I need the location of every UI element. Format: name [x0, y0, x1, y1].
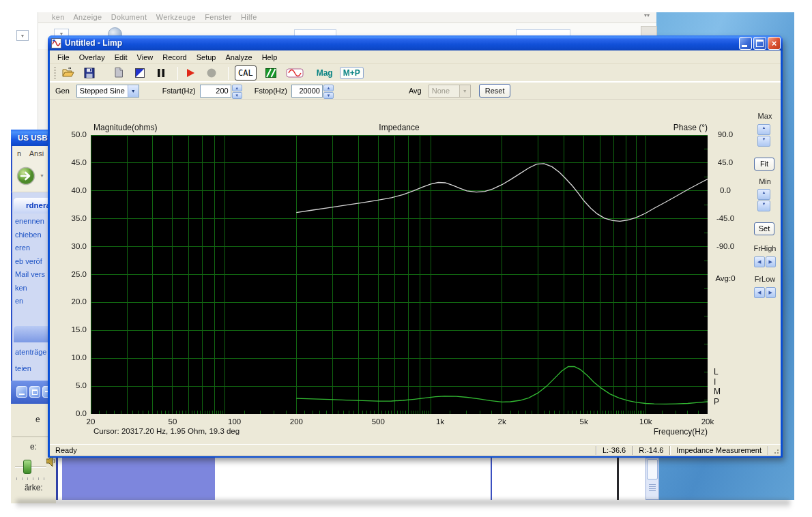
watermark-letter: I — [714, 377, 725, 387]
forward-arrow-icon[interactable] — [16, 166, 35, 186]
background-scrollbar[interactable] — [646, 458, 659, 500]
ytick-label: 40.0 — [50, 186, 87, 194]
resize-grip-icon[interactable] — [768, 446, 781, 455]
reset-button[interactable]: Reset — [479, 84, 511, 98]
down-arrow-icon[interactable]: ▼ — [757, 136, 770, 147]
magnitude-view-button[interactable]: Mag — [317, 68, 333, 78]
menu-item[interactable]: Edit — [110, 53, 132, 61]
xtick-label: 100 — [220, 417, 250, 426]
generator-type-select[interactable]: Stepped Sine ▼ — [76, 85, 139, 98]
chevron-down-icon[interactable]: ▼ — [128, 85, 139, 97]
fstop-input[interactable]: 20000 — [291, 85, 323, 98]
impedance-plot[interactable] — [91, 135, 708, 414]
right-arrow-icon[interactable]: ▶ — [766, 256, 777, 267]
xtick-label: 2k — [487, 417, 517, 426]
chart-area: Magnitude(ohms) Impedance Phase (°) 50.0… — [50, 100, 781, 444]
frlow-label: FrLow — [748, 275, 781, 283]
ytick-label: 25.0 — [50, 270, 87, 278]
fstart-stepper[interactable]: 200 ▲▼ — [200, 85, 242, 98]
background-dropdown-small[interactable]: ▼ — [16, 30, 29, 41]
divider — [491, 458, 492, 500]
frhigh-stepper[interactable]: ◀ ▶ — [754, 256, 776, 267]
ptick-label: 90.0 — [711, 130, 740, 138]
menu-item[interactable]: View — [132, 53, 158, 61]
play-record-icon[interactable] — [184, 67, 197, 79]
close-button[interactable]: × — [768, 37, 781, 50]
scrollbar-grip-icon — [649, 484, 656, 491]
left-arrow-icon[interactable]: ◀ — [754, 287, 765, 298]
max-stepper[interactable]: ▲ ▼ — [757, 124, 770, 147]
app-icon — [51, 38, 61, 48]
status-mode: Impedance Measurement — [669, 446, 768, 455]
menu-item[interactable]: File — [53, 53, 74, 61]
menu-item[interactable]: Record — [158, 53, 191, 61]
down-arrow-icon[interactable]: ▼ — [232, 92, 242, 99]
ytick-label: 15.0 — [50, 325, 87, 334]
generator-setup-icon[interactable] — [265, 67, 277, 79]
xtick-label: 1k — [425, 417, 455, 426]
min-stepper[interactable]: ▲ ▼ — [757, 189, 770, 211]
up-arrow-icon[interactable]: ▲ — [757, 189, 770, 200]
toolbar-separator — [177, 67, 178, 80]
selected-region — [62, 458, 215, 500]
minimize-button[interactable] — [739, 37, 752, 50]
left-arrow-icon[interactable]: ◀ — [754, 256, 765, 267]
ytick-label: 5.0 — [50, 381, 87, 389]
down-arrow-icon[interactable]: ▼ — [757, 201, 770, 211]
impedance-plot-svg — [91, 135, 708, 414]
save-icon[interactable] — [83, 67, 96, 79]
ytick-label: 45.0 — [50, 158, 87, 166]
magnitude-phase-view-button[interactable]: M+P — [340, 67, 364, 79]
set-button[interactable]: Set — [754, 222, 774, 235]
status-right-level: R:-14.6 — [632, 446, 669, 455]
photo-shadow — [16, 500, 790, 509]
watermark-letter: L — [714, 367, 725, 377]
scale-side-panel: Max ▲ ▼ Fit Min ▲ ▼ Set FrHigh ◀ ▶ FrLow — [748, 100, 781, 444]
up-arrow-icon[interactable]: ▲ — [757, 124, 770, 135]
background-document-panel — [56, 458, 659, 500]
max-label: Max — [748, 112, 781, 120]
titlebar[interactable]: Untitled - Limp × — [48, 35, 783, 50]
divider — [617, 458, 619, 500]
calibrate-button[interactable]: CAL — [235, 65, 257, 80]
sine-signal-icon[interactable] — [286, 67, 304, 79]
open-file-icon[interactable] — [62, 67, 74, 79]
up-arrow-icon[interactable]: ▲ — [232, 85, 242, 91]
toolbar: CAL Mag M+P — [50, 64, 781, 83]
scrollbar-thumb[interactable] — [647, 459, 658, 479]
averaging-select-disabled: None ▼ — [429, 85, 471, 98]
ptick-label: 0.0 — [711, 186, 740, 194]
watermark-letter: P — [714, 397, 725, 407]
down-arrow-icon[interactable]: ▼ — [323, 92, 334, 99]
overlay-icon[interactable] — [134, 67, 146, 79]
record-icon[interactable] — [205, 67, 218, 79]
up-arrow-icon[interactable]: ▲ — [323, 85, 334, 91]
menu-item[interactable]: Overlay — [74, 53, 110, 61]
overflow-chevron-icon: ▾▾ — [644, 12, 650, 18]
xtick-label: 10k — [630, 417, 661, 426]
copy-icon[interactable] — [113, 67, 125, 79]
xtick-label: 20k — [693, 417, 723, 426]
fstop-label: Fstop(Hz) — [255, 87, 287, 95]
menu-item[interactable]: Setup — [192, 53, 221, 61]
maximize-button[interactable] — [753, 37, 766, 50]
frlow-stepper[interactable]: ◀ ▶ — [754, 287, 776, 298]
toolbar-grip[interactable] — [54, 67, 56, 79]
minimize-icon[interactable] — [16, 386, 27, 398]
screenshot-canvas: ken Anzeige Dokument Werkzeuge Fenster H… — [0, 0, 812, 517]
maximize-icon[interactable] — [29, 386, 40, 398]
menu-item[interactable]: Help — [257, 53, 282, 61]
ytick-label: 50.0 — [50, 130, 87, 138]
volume-slider-thumb[interactable] — [23, 460, 31, 474]
fit-button[interactable]: Fit — [754, 158, 774, 171]
chevron-down-icon[interactable]: ▼ — [40, 173, 44, 178]
right-arrow-icon[interactable]: ▶ — [766, 287, 777, 298]
pause-icon[interactable] — [155, 67, 167, 79]
volume-text-fragment: e: — [30, 442, 37, 452]
fstart-input[interactable]: 200 — [200, 85, 231, 98]
fstop-stepper[interactable]: 20000 ▲▼ — [291, 85, 334, 98]
generator-bar: Gen Stepped Sine ▼ Fstart(Hz) 200 ▲▼ Fst… — [50, 83, 781, 100]
window-title: Untitled - Limp — [65, 38, 738, 48]
menu-item[interactable]: Analyze — [220, 53, 257, 61]
status-bar: Ready L:-36.6 R:-14.6 Impedance Measurem… — [50, 444, 781, 456]
